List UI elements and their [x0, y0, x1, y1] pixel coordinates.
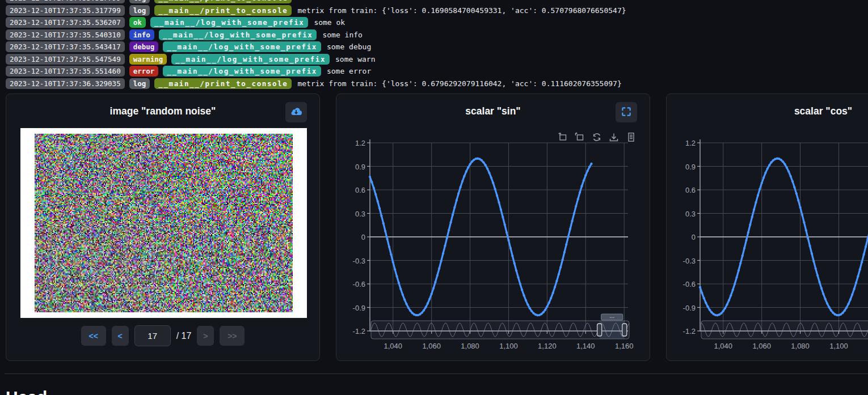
- data-point: [710, 311, 713, 313]
- data-point: [530, 310, 533, 312]
- data-point: [795, 193, 798, 195]
- data-point: [575, 205, 577, 207]
- data-point: [844, 309, 846, 312]
- data-point: [388, 246, 390, 248]
- log-row: 2023-12-10T17:37:35.540310 info __main__…: [6, 29, 626, 40]
- y-tick-label: 0: [340, 233, 365, 241]
- data-point: [526, 304, 529, 306]
- data-point: [436, 274, 439, 277]
- data-point: [390, 253, 392, 256]
- data-point: [529, 307, 531, 309]
- data-point: [818, 281, 820, 283]
- data-point: [548, 301, 550, 304]
- data-point: [562, 258, 564, 261]
- data-point: [583, 179, 585, 181]
- download-image-button[interactable]: [285, 102, 307, 122]
- data-point: [707, 305, 709, 308]
- data-point: [478, 158, 481, 160]
- data-point: [552, 292, 554, 294]
- cos-plot[interactable]: ⋯: [667, 94, 868, 360]
- y-tick-label: 0.3: [340, 209, 365, 218]
- page-number-input[interactable]: [134, 325, 171, 346]
- datazoom-slider[interactable]: [371, 321, 629, 339]
- data-point: [720, 312, 722, 315]
- data-point: [457, 192, 460, 194]
- data-point: [730, 294, 732, 296]
- data-point: [855, 282, 857, 284]
- data-point: [749, 223, 751, 226]
- data-point: [377, 200, 379, 202]
- log-console: 2023-12-10T17:37:35.317799 log __main__/…: [6, 0, 626, 90]
- data-point: [423, 309, 425, 312]
- data-point: [815, 267, 817, 270]
- log-timestamp: 2023-12-10T17:37:35.551460: [6, 66, 125, 77]
- data-point: [467, 167, 469, 169]
- data-point: [811, 252, 813, 254]
- y-tick-label: -1.2: [671, 327, 696, 335]
- data-point: [791, 180, 794, 182]
- y-tick-label: -0.3: [671, 256, 696, 265]
- data-point: [469, 163, 471, 165]
- data-point: [783, 163, 786, 165]
- datazoom-window[interactable]: [600, 321, 625, 339]
- data-point: [494, 188, 496, 190]
- data-point: [849, 299, 852, 301]
- data-point: [509, 247, 512, 249]
- data-point: [482, 161, 484, 163]
- data-point: [513, 262, 516, 265]
- log-row-partial: 2023-12-10T17:37:35.317799 log __main__/…: [6, 0, 626, 3]
- data-point: [703, 297, 705, 299]
- cards-row: image "random noise" << < / 17 > >> scal…: [6, 94, 868, 361]
- data-point: [803, 222, 805, 224]
- log-timestamp: 2023-12-10T17:37:35.317799: [6, 5, 125, 16]
- data-point: [490, 177, 492, 179]
- data-point: [488, 172, 490, 174]
- next-page-button[interactable]: >: [197, 326, 214, 346]
- data-point: [759, 188, 761, 190]
- data-point: [840, 313, 842, 316]
- data-point: [461, 180, 464, 182]
- data-point: [793, 186, 795, 188]
- data-point: [392, 261, 394, 263]
- log-level-badge: log: [129, 78, 150, 89]
- data-point: [577, 198, 579, 200]
- data-point: [546, 305, 548, 308]
- sin-plot[interactable]: ⋯: [336, 94, 650, 360]
- data-point: [768, 164, 770, 166]
- data-point: [555, 280, 558, 282]
- data-point: [369, 176, 371, 178]
- x-tick-label: 1,060: [422, 342, 441, 350]
- data-point: [498, 201, 500, 203]
- first-page-button[interactable]: <<: [81, 326, 106, 346]
- prev-page-button[interactable]: <: [112, 326, 129, 346]
- y-tick-label: 1.2: [671, 139, 696, 147]
- data-point: [845, 307, 848, 309]
- data-point: [753, 209, 755, 211]
- log-source-badge: __main__/print_to_console: [154, 78, 292, 89]
- data-point: [797, 199, 799, 201]
- data-point: [726, 303, 728, 305]
- log-timestamp: 2023-12-10T17:37:35.317799: [6, 0, 125, 3]
- data-point: [865, 245, 867, 248]
- data-point: [734, 283, 736, 285]
- last-page-button[interactable]: >>: [220, 326, 245, 346]
- datazoom-handle[interactable]: [622, 324, 627, 336]
- data-point: [544, 309, 546, 311]
- x-tick-label: 1,140: [576, 342, 595, 350]
- data-point: [460, 186, 462, 188]
- data-point: [718, 313, 720, 316]
- log-source-badge: __main__/log_with_some_prefix: [163, 41, 321, 52]
- data-point: [395, 275, 398, 278]
- data-point: [405, 303, 407, 305]
- data-point: [580, 185, 583, 188]
- data-point: [722, 310, 724, 312]
- data-point: [739, 262, 741, 265]
- y-tick-label: -1.2: [340, 327, 365, 335]
- image-card: image "random noise" << < / 17 > >>: [6, 94, 320, 361]
- data-point: [559, 266, 562, 268]
- x-tick-label: 1,100: [499, 342, 518, 350]
- log-timestamp: 2023-12-10T17:37:35.540310: [6, 29, 125, 40]
- datazoom-handle[interactable]: [597, 324, 602, 336]
- data-point: [851, 294, 853, 296]
- data-point: [373, 187, 375, 189]
